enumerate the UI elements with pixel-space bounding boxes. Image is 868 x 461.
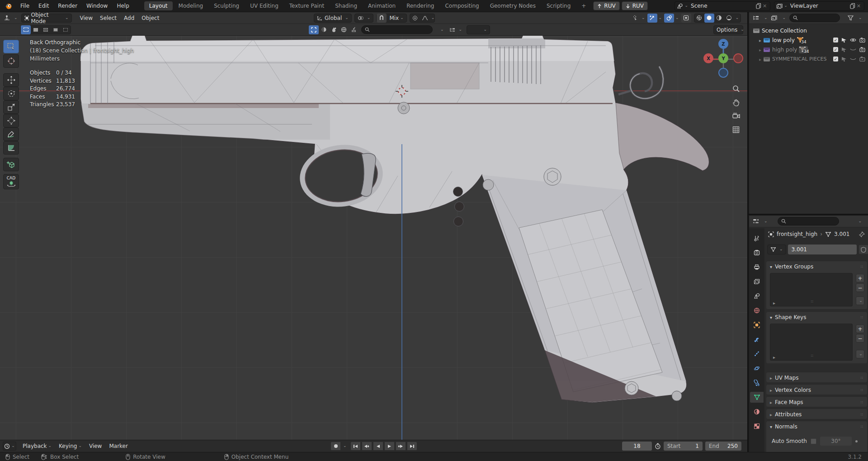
breadcrumb-data-name[interactable]: 3.001 [834,231,849,237]
object-type-visibility-button[interactable] [630,14,640,23]
breadcrumb-object-name[interactable]: frontsight_high [777,231,817,237]
tool-search[interactable] [361,25,433,34]
snap-mode-selector[interactable]: Mix [387,15,406,21]
exclude-checkbox[interactable]: ✓ [833,47,838,52]
tab-modifiers[interactable] [750,334,764,345]
menu-render[interactable]: Render [53,0,82,12]
close-icon[interactable]: ✕ [761,3,768,9]
matcap-icon[interactable] [319,25,329,34]
shading-material-button[interactable] [714,14,724,23]
play-reverse-button[interactable] [373,442,383,451]
xray-toggle[interactable] [681,14,691,23]
tab-scripting[interactable]: Scripting [542,1,576,10]
shape-key-specials-button[interactable] [856,350,864,358]
options-dropdown[interactable]: Options [713,25,743,34]
menu-add[interactable]: Add [120,15,138,21]
mode-selector[interactable]: Object Mode [21,14,72,23]
tool-cursor[interactable] [3,54,19,68]
menu-playback[interactable]: Playback [19,443,55,449]
outliner-row-symmetrical-pieces[interactable]: SYMMETRICAL PIECES ✓ [749,54,868,64]
gizmo-axis-x-neg[interactable] [733,53,743,63]
select-mode-invert-button[interactable] [51,25,61,34]
auto-keying-button[interactable] [330,442,341,451]
tool-move[interactable] [3,73,19,87]
animate-dot[interactable] [855,440,858,442]
ruv-export-button[interactable]: RUV [593,1,619,10]
pivot-point-selector[interactable] [354,14,374,23]
camera-render-icon[interactable] [859,47,865,52]
outliner-display-mode-button[interactable] [769,14,779,23]
select-mode-subtract-button[interactable] [41,25,51,34]
tool-scale[interactable] [3,100,19,114]
eye-closed-icon[interactable] [850,56,856,61]
selectable-icon[interactable] [841,38,847,43]
jump-to-start-button[interactable] [350,442,361,451]
outliner-filter-button[interactable] [845,14,855,23]
outliner-search[interactable] [789,14,840,22]
jump-to-end-button[interactable] [407,442,417,451]
tool-search-input[interactable] [372,27,422,33]
panel-shape-keys[interactable]: Shape Keys∷ ∷ + − [766,311,868,364]
tab-uv-editing[interactable]: UV Editing [245,1,283,10]
tab-physics[interactable] [750,363,764,374]
zoom-view-icon[interactable] [731,84,741,94]
select-mode-extend-button[interactable] [31,25,41,34]
menu-window[interactable]: Window [82,0,112,12]
tool-select-box[interactable] [3,40,19,53]
blender-logo-icon[interactable] [0,3,16,9]
shape-keys-list[interactable]: ∷ [770,324,853,361]
tab-world[interactable] [750,305,764,316]
panel-uv-maps[interactable]: UV Maps∷ [766,372,868,383]
next-keyframe-button[interactable] [396,442,406,451]
outliner-search-input[interactable] [800,15,835,21]
tab-object-data[interactable] [750,392,764,403]
eye-open-icon[interactable] [850,38,856,42]
menu-marker[interactable]: Marker [105,443,131,449]
gizmo-toggle[interactable] [647,14,657,23]
shading-rendered-button[interactable] [724,14,734,23]
tab-tool[interactable] [750,233,764,244]
select-mode-new-button[interactable] [21,25,31,34]
brush-icon[interactable] [349,25,359,34]
play-button[interactable] [384,442,395,451]
proportional-falloff-selector[interactable] [420,14,430,23]
camera-disabled-icon[interactable] [859,56,865,61]
tab-layout[interactable]: Layout [144,1,173,10]
exclude-checkbox[interactable]: ✓ [833,38,838,42]
fake-user-shield-button[interactable] [859,245,868,254]
properties-search[interactable] [778,217,839,226]
menu-view-timeline[interactable]: View [85,443,105,449]
world-lighting-icon[interactable] [339,25,349,34]
tab-render[interactable] [750,247,764,258]
overlays-toggle[interactable] [664,14,674,23]
filter-tree-button[interactable] [448,25,458,34]
pin-icon[interactable] [859,231,865,237]
add-workspace-button[interactable]: + [576,1,591,10]
frame-end-field[interactable]: End250 [705,442,741,451]
menu-keying[interactable]: Keying [55,443,85,449]
vertex-groups-list[interactable]: ∷ [770,273,853,306]
expand-icon[interactable] [759,37,761,43]
tab-output[interactable] [750,262,764,273]
tab-view-layer[interactable] [750,276,764,287]
viewlayer-selector[interactable]: ViewLayer ✕ [774,1,864,11]
gizmo-axis-x[interactable]: X [703,53,713,63]
scene-lighting-icon[interactable] [329,25,339,34]
tab-rendering[interactable]: Rendering [401,1,439,10]
tab-particles[interactable] [750,348,764,359]
frame-start-field[interactable]: Start1 [664,442,703,451]
properties-editor-type-button[interactable] [751,217,761,226]
transform-orientation-selector[interactable]: Global [314,14,352,23]
panel-attributes[interactable]: Attributes∷ [766,409,868,419]
auto-smooth-checkbox[interactable] [811,438,816,444]
gun-mesh-model[interactable] [0,36,747,440]
tab-constraints[interactable] [750,377,764,388]
timeline-editor-type-button[interactable] [3,442,16,451]
tool-extra-dropdown[interactable] [467,25,490,34]
ruv-import-button[interactable]: RUV [622,1,648,10]
gizmo-axis-y[interactable]: Y [718,53,728,63]
tab-sculpting[interactable]: Sculpting [209,1,244,10]
outliner-row-high-poly[interactable]: high poly 34 ✓ [749,45,868,54]
selectable-icon[interactable] [841,56,847,62]
viewport-3d[interactable]: Back Orthographic (18) Scene Collection … [0,36,747,440]
